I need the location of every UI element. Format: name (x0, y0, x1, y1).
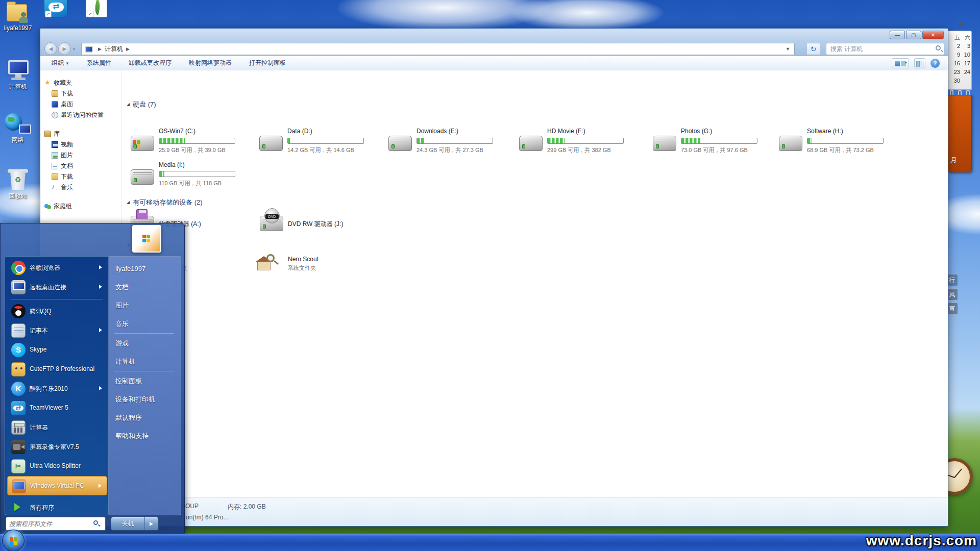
calendar-date: 17 (960, 59, 970, 68)
start-menu-item-chrome[interactable]: 谷歌浏览器 (7, 258, 107, 278)
floppy-disk-icon (136, 209, 148, 219)
start-menu-item-rdp[interactable]: 远程桌面连接 (7, 278, 107, 297)
start-menu-item-notepad[interactable]: 记事本 (7, 321, 107, 340)
start-menu-devices-printers[interactable]: 设备和打印机 (115, 395, 155, 404)
qq-icon (11, 304, 26, 318)
windows-flag-icon (10, 537, 17, 545)
search-placeholder: 搜索 计算机 (830, 45, 863, 53)
system-properties-button[interactable]: 系统属性 (87, 59, 111, 67)
desktop-icon-network[interactable]: 网络 (1, 113, 35, 144)
videos-icon (52, 141, 58, 148)
uninstall-program-button[interactable]: 卸载或更改程序 (129, 59, 172, 67)
user-picture[interactable] (132, 225, 161, 253)
kugou-icon (11, 382, 26, 396)
details-processor-fragment: on(tm) 64 Pro... (186, 514, 228, 521)
start-menu-item-teamviewer[interactable]: TeamViewer 5 (7, 398, 107, 418)
window-titlebar[interactable]: — ▢ ✕ ◄ ► ▾ ▶ 计算机 ▶ ▼ ↻ 搜索 计算机 (40, 29, 948, 56)
start-menu-item-video-splitter[interactable]: Ultra Video Splitter (7, 457, 107, 476)
recent-pages-dropdown-icon[interactable]: ▾ (73, 47, 75, 52)
downloads-folder-icon (52, 90, 58, 97)
submenu-arrow-icon (99, 328, 102, 332)
start-menu-right-pane: liyafe1997 文档 图片 音乐 游戏 计算机 控制面板 设备和打印机 默… (109, 256, 181, 515)
start-menu-item-qq[interactable]: 腾讯QQ (7, 302, 107, 321)
windows-flag-icon (133, 140, 140, 148)
minimize-button[interactable]: — (890, 31, 905, 39)
open-control-panel-button[interactable]: 打开控制面板 (249, 59, 286, 67)
forward-button[interactable]: ► (58, 42, 71, 55)
start-menu-help-support[interactable]: 帮助和支持 (115, 432, 149, 441)
group-header-hard-disks[interactable]: ◢硬盘 (7) (127, 100, 156, 109)
desktop-shortcut-teamviewer[interactable]: ↗ (44, 0, 67, 17)
collapse-triangle-icon[interactable]: ◢ (127, 102, 130, 107)
start-menu-item-virtual-pc[interactable]: Windows Virtual PC (7, 476, 107, 495)
start-menu-item-kugou[interactable]: 酷狗音乐2010 (7, 379, 107, 398)
address-dropdown-icon[interactable]: ▼ (786, 46, 794, 52)
start-menu-user-link[interactable]: liyafe1997 (115, 265, 145, 272)
sidebar-item-recent-places[interactable]: 最近访问的位置 (40, 110, 121, 120)
sidebar-item-downloads-fav[interactable]: 下载 (40, 88, 121, 99)
disk-usage-bar (681, 138, 757, 144)
start-menu-control-panel[interactable]: 控制面板 (115, 377, 142, 386)
breadcrumb[interactable]: 计算机 (105, 45, 123, 54)
collapse-triangle-icon[interactable]: ◢ (127, 200, 130, 205)
shutdown-label[interactable]: 关机 (111, 517, 145, 530)
video-splitter-icon (11, 459, 26, 473)
search-icon (936, 45, 941, 51)
disk-usage-bar (287, 138, 364, 144)
calendar-date: 16 (950, 59, 960, 68)
all-programs-button[interactable]: 所有程序 (7, 499, 107, 515)
close-button[interactable]: ✕ (922, 31, 944, 39)
back-button[interactable]: ◄ (44, 42, 57, 55)
sidebar-item-music[interactable]: ♪音乐 (40, 182, 121, 193)
desktop-icon-recycle-bin[interactable]: ♻ 回收站 (1, 168, 35, 201)
search-input[interactable]: 搜索 计算机 (826, 43, 944, 55)
sidebar-item-downloads-lib[interactable]: 下载 (40, 171, 121, 182)
desktop-shortcut-photoshop[interactable]: ↗ (86, 0, 107, 17)
start-menu-item-calculator[interactable]: 计算器 (7, 418, 107, 437)
start-menu-documents[interactable]: 文档 (115, 283, 129, 292)
sidebar-item-homegroup[interactable]: 家庭组 (40, 201, 121, 212)
start-menu-games[interactable]: 游戏 (115, 339, 129, 348)
address-bar[interactable]: ▶ 计算机 ▶ ▼ (81, 43, 795, 55)
hard-drive-icon (653, 136, 676, 151)
hard-drive-icon (131, 169, 154, 185)
desktop: liyafe1997 计算机 网络 ♻ 回收站 ↗ ↗ 五六 23 910 16… (0, 0, 980, 551)
sidebar-item-libraries[interactable]: 库 (40, 129, 121, 139)
desktop-icon-computer[interactable]: 计算机 (1, 60, 35, 91)
organize-menu[interactable]: 组织▼ (52, 59, 69, 67)
desktop-icon-user-folder[interactable]: liyafe1997 (1, 3, 35, 32)
group-header-removable[interactable]: ◢有可移动存储的设备 (2) (127, 198, 203, 207)
start-menu-item-cuteftp[interactable]: CuteFTP 8 Professional (7, 360, 107, 379)
refresh-button[interactable]: ↻ (807, 43, 820, 55)
sidebar-item-desktop[interactable]: 桌面 (40, 99, 121, 110)
maximize-button[interactable]: ▢ (906, 31, 921, 39)
dvd-disc-icon: DVD (264, 208, 280, 223)
start-menu-default-programs[interactable]: 默认程序 (115, 413, 142, 422)
sidebar-item-documents[interactable]: 文档 (40, 161, 121, 171)
start-menu-pictures[interactable]: 图片 (115, 301, 129, 310)
sidebar-item-pictures[interactable]: 图片 (40, 150, 121, 161)
start-menu-item-screen-recorder[interactable]: 屏幕录像专家V7.5 (7, 437, 107, 457)
change-view-button[interactable] (892, 58, 909, 68)
shutdown-button[interactable]: 关机 (111, 517, 159, 531)
start-search-input[interactable] (6, 517, 106, 531)
hard-drive-icon (388, 136, 412, 151)
sidebar-item-videos[interactable]: 视频 (40, 139, 121, 150)
start-menu-program-list: 谷歌浏览器 远程桌面连接 腾讯QQ 记事本 Skype CuteFTP 8 Pr… (5, 256, 109, 515)
start-menu-computer[interactable]: 计算机 (115, 357, 135, 366)
computer-address-icon (85, 46, 93, 53)
help-button[interactable]: ? (930, 59, 940, 68)
sidebar-item-favorites[interactable]: ★收藏夹 (40, 78, 121, 88)
shutdown-options-arrow[interactable] (145, 517, 158, 530)
start-menu-item-skype[interactable]: Skype (7, 340, 107, 360)
map-network-drive-button[interactable]: 映射网络驱动器 (189, 59, 232, 67)
calendar-date: 23 (950, 68, 960, 77)
start-button[interactable] (2, 530, 24, 551)
calendar-date: 2 (950, 42, 960, 51)
start-menu-music[interactable]: 音乐 (115, 319, 129, 329)
preview-pane-button[interactable] (914, 58, 925, 68)
breadcrumb-chevron-icon[interactable]: ▶ (123, 46, 133, 52)
details-memory: 内存: 2.00 GB (228, 503, 266, 511)
pictures-icon (52, 152, 58, 159)
gadget-arrow-icon[interactable] (960, 21, 964, 27)
